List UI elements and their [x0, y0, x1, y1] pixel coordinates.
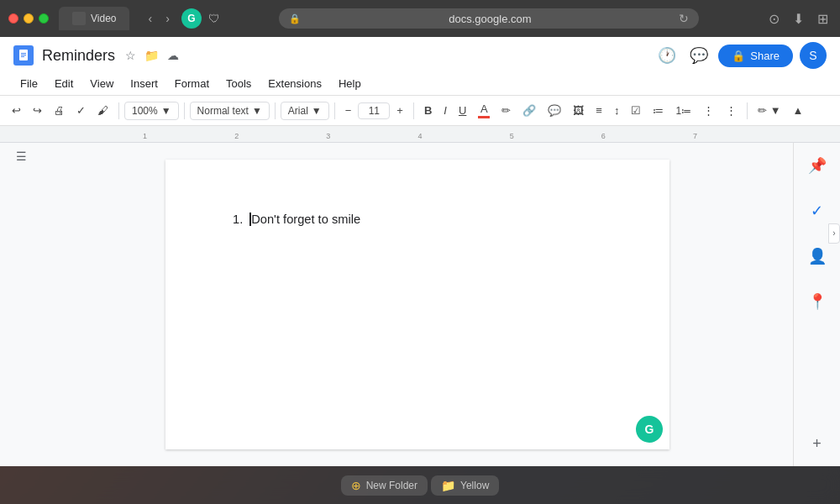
download-button[interactable]: ⬇	[790, 8, 807, 30]
address-bar-container: 🔒 ↻	[279, 8, 699, 29]
undo-button[interactable]: ↩	[7, 101, 26, 120]
shield-icon[interactable]: 🛡	[208, 12, 220, 25]
close-button[interactable]	[8, 13, 18, 24]
history-icon-button[interactable]: 🕐	[654, 43, 680, 68]
ruler-mark-6: 6	[601, 132, 606, 140]
taskbar-new-folder[interactable]: ⊕ New Folder	[341, 475, 428, 496]
menu-format[interactable]: Format	[168, 74, 216, 93]
print-button[interactable]: 🖨	[49, 101, 70, 120]
svg-rect-2	[21, 55, 26, 55]
browser-titlebar: Video ‹ › G 🛡 🔒 ↻ ⊙ ⬇ ⊞	[0, 0, 840, 37]
yellow-folder-icon: 📁	[441, 479, 455, 492]
document-outline-button[interactable]: ☰	[16, 150, 27, 163]
font-dropdown[interactable]: Arial ▼	[281, 102, 329, 120]
refresh-button[interactable]: ↻	[679, 12, 689, 25]
bullet-list-button[interactable]: ≔	[648, 101, 669, 120]
list-item-1-text: Don't forget to smile	[249, 210, 360, 228]
move-button[interactable]: 📁	[143, 47, 160, 64]
style-dropdown[interactable]: Normal text ▼	[190, 102, 270, 120]
menu-edit[interactable]: Edit	[48, 74, 80, 93]
taskbar-yellow-folder[interactable]: 📁 Yellow	[431, 475, 499, 496]
sidebar-expand-arrow[interactable]: ›	[828, 223, 840, 244]
maximize-button[interactable]	[39, 13, 49, 24]
tasks-button[interactable]: ✓	[804, 195, 830, 227]
docs-title-row: Reminders ☆ 📁 ☁ 🕐 💬 🔒 Share S	[13, 42, 827, 69]
ruler-content: 1 2 3 4 5 6 7	[143, 132, 697, 142]
menu-view[interactable]: View	[83, 74, 120, 93]
text-color-indicator: A	[478, 102, 490, 118]
add-sidebar-button[interactable]: +	[806, 428, 828, 459]
extensions-button[interactable]: ⊞	[814, 8, 832, 30]
image-button[interactable]: 🖼	[568, 101, 589, 120]
checklist-button[interactable]: ☑	[626, 101, 646, 120]
doc-title: Reminders	[42, 47, 115, 65]
zoom-dropdown[interactable]: 100% ▼	[124, 102, 179, 120]
menu-file[interactable]: File	[13, 74, 45, 93]
toolbar-separator-5	[413, 102, 414, 119]
underline-button[interactable]: U	[454, 101, 471, 120]
toolbar-separator-6	[747, 102, 748, 119]
docs-app: Reminders ☆ 📁 ☁ 🕐 💬 🔒 Share S	[0, 37, 840, 466]
user-avatar[interactable]: S	[800, 42, 827, 69]
comments-button[interactable]: 💬	[686, 43, 711, 68]
share-button[interactable]: 🔒 Share	[718, 45, 793, 67]
list-item-1-content: Don't forget to smile	[251, 213, 360, 226]
link-button[interactable]: 🔗	[517, 101, 541, 120]
tab-area: Video	[59, 7, 129, 30]
toolbar: ↩ ↪ 🖨 ✓ 🖌 100% ▼ Normal text ▼ Arial ▼ −	[0, 96, 840, 126]
menu-bar: File Edit View Insert Format Tools Exten…	[13, 72, 827, 95]
browser-actions: ⊙ ⬇ ⊞	[765, 8, 832, 30]
toolbar-separator-4	[334, 102, 335, 119]
menu-extensions[interactable]: Extensions	[261, 74, 328, 93]
expand-button[interactable]: ▲	[788, 101, 809, 120]
back-button[interactable]: ‹	[143, 8, 157, 29]
numbered-list-button[interactable]: 1≔	[670, 102, 696, 120]
contacts-button[interactable]: 👤	[801, 240, 833, 272]
font-value: Arial	[288, 105, 308, 117]
indent-decrease-button[interactable]: ⋮	[698, 101, 719, 120]
maps-button[interactable]: 📍	[801, 286, 833, 318]
svg-rect-1	[21, 53, 26, 54]
grammarly-button[interactable]: G	[636, 416, 663, 443]
editing-mode-button[interactable]: ✏ ▼	[753, 101, 785, 120]
lock-share-icon: 🔒	[732, 50, 745, 62]
line-spacing-button[interactable]: ↕	[609, 101, 625, 120]
docs-header: Reminders ☆ 📁 ☁ 🕐 💬 🔒 Share S	[0, 37, 840, 96]
zoom-value: 100%	[132, 105, 158, 117]
address-bar[interactable]	[306, 13, 674, 25]
extension-icon[interactable]: G	[181, 8, 202, 29]
list-item-1: 1. Don't forget to smile	[233, 210, 602, 228]
keep-button[interactable]: 📌	[801, 150, 833, 181]
italic-button[interactable]: I	[438, 101, 452, 120]
history-button[interactable]: ⊙	[765, 8, 783, 30]
docs-main[interactable]: 1. Don't forget to smile G	[42, 143, 793, 466]
italic-label: I	[444, 104, 447, 117]
bold-button[interactable]: B	[419, 101, 437, 120]
comment-button[interactable]: 💬	[543, 101, 566, 120]
font-size-input[interactable]	[362, 105, 386, 117]
increase-font-button[interactable]: +	[391, 101, 408, 120]
ruler-mark-7: 7	[693, 132, 697, 140]
redo-button[interactable]: ↪	[28, 101, 47, 120]
star-button[interactable]: ☆	[123, 47, 138, 64]
paint-format-button[interactable]: 🖌	[92, 101, 113, 120]
highlight-button[interactable]: ✏	[496, 101, 516, 120]
forward-button[interactable]: ›	[160, 8, 175, 29]
browser-window: Video ‹ › G 🛡 🔒 ↻ ⊙ ⬇ ⊞	[0, 0, 840, 466]
menu-tools[interactable]: Tools	[219, 74, 258, 93]
spellcheck-button[interactable]: ✓	[71, 101, 91, 120]
cloud-save-button[interactable]: ☁	[165, 47, 181, 64]
ruler: 1 2 3 4 5 6 7	[0, 126, 840, 143]
browser-tab[interactable]: Video	[59, 7, 129, 30]
docs-sidebar-right: 📌 ✓ 👤 📍 + ›	[793, 143, 840, 466]
text-color-button[interactable]: A	[473, 99, 495, 122]
minimize-button[interactable]	[24, 13, 34, 24]
menu-help[interactable]: Help	[332, 74, 368, 93]
more-button[interactable]: ⋮	[721, 101, 742, 120]
menu-insert[interactable]: Insert	[123, 74, 165, 93]
bold-label: B	[424, 104, 432, 117]
decrease-font-button[interactable]: −	[340, 101, 357, 120]
align-button[interactable]: ≡	[591, 101, 607, 120]
ruler-mark-1: 1	[143, 132, 147, 140]
page-content[interactable]: 1. Don't forget to smile	[233, 210, 602, 228]
